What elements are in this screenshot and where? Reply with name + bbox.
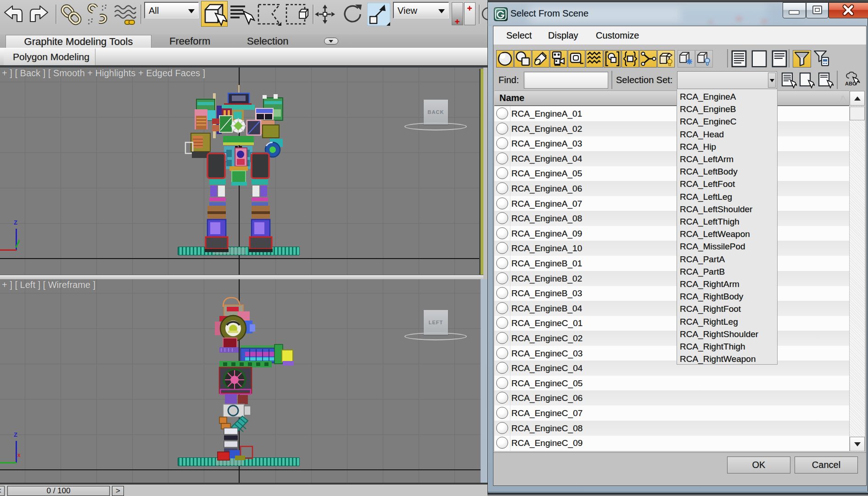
svg-text:ABC: ABC xyxy=(845,81,856,86)
